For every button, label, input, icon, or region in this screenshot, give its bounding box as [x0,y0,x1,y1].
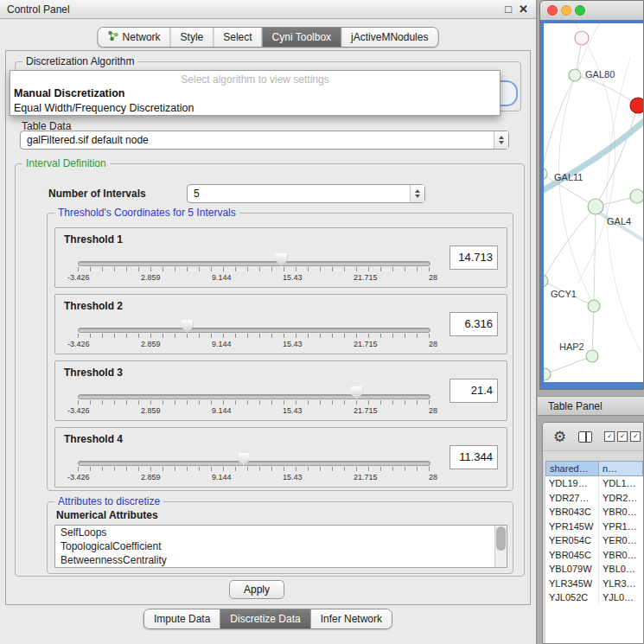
checkbox-icon[interactable]: ✓ [617,431,628,442]
node[interactable] [544,368,551,380]
tab-select[interactable]: Select [214,28,262,47]
node-gal80[interactable] [569,69,581,81]
table-row[interactable]: YLR345WYLR3… [545,577,643,591]
threshold-value-field[interactable]: 11.344 [450,445,498,469]
gear-icon[interactable]: ⚙ [553,430,566,444]
number-of-intervals-combobox[interactable]: 5 [187,184,425,203]
tab-label: Impute Data [154,613,210,625]
network-window-titlebar[interactable] [540,1,643,21]
tab-discretize-data[interactable]: Discretize Data [220,609,310,628]
node-gal11[interactable] [544,168,547,180]
columns-icon[interactable] [578,431,592,443]
threshold-1-panel: Threshold 1 -3.4262.8599.14415.4321.7152… [54,227,507,288]
table-row[interactable]: YJL052CYJL0… [545,590,643,605]
cell[interactable]: YLR3… [599,577,643,591]
close-traffic-light-icon[interactable] [547,5,558,16]
cell[interactable]: YPR145W [545,520,599,534]
cell[interactable]: YBR0… [599,548,643,563]
slider-track[interactable] [78,461,430,466]
threshold-3-slider[interactable]: -3.4262.8599.14415.4321.71528 [78,384,430,418]
cell[interactable]: YJL052C [545,590,599,605]
minimize-traffic-light-icon[interactable] [561,5,571,16]
threshold-3-panel: Threshold 3 -3.4262.8599.14415.4321.7152… [54,360,507,421]
slider-scale: -3.4262.8599.14415.4321.71528 [67,473,437,481]
list-scrollbar[interactable] [494,526,507,567]
slider-track[interactable] [78,261,430,266]
list-item[interactable]: BetweennessCentrality [55,553,507,567]
list-item[interactable]: SelfLoops [55,526,507,539]
algorithm-option-equal-width[interactable]: Equal Width/Frequency Discretization [10,101,500,116]
table-row[interactable]: YBR045CYBR0… [545,548,643,563]
scale-label: 2.859 [141,273,161,282]
zoom-traffic-light-icon[interactable] [575,5,585,16]
apply-button[interactable]: Apply [229,580,284,599]
network-canvas[interactable]: GAL80 GAL11 GAL4 GCY1 HAP2 [544,23,643,382]
node-gal4[interactable] [588,199,603,214]
node[interactable] [575,31,589,45]
cell[interactable]: YLR345W [545,577,599,591]
cell[interactable]: YBR0… [599,505,643,520]
tab-infer-network[interactable]: Infer Network [311,609,392,628]
table-data-combobox[interactable]: galFiltered.sif default node [20,131,509,150]
table-row[interactable]: YBL079WYBL0… [545,562,643,577]
cell[interactable]: YBR045C [545,548,599,563]
control-panel-titlebar[interactable]: Control Panel □ ✕ [0,0,536,19]
node-label: GCY1 [551,289,577,299]
cell[interactable]: YBL0… [599,562,643,577]
numerical-attributes-list[interactable]: SelfLoops TopologicalCoefficient Between… [54,525,507,568]
threshold-1-slider[interactable]: -3.4262.8599.14415.4321.71528 [78,251,430,285]
stepper-icon[interactable] [494,131,508,149]
table-row[interactable]: YPR145WYPR1… [545,520,643,534]
stepper-icon[interactable] [410,185,424,202]
scale-label: 15.43 [283,273,303,282]
algorithm-option-manual[interactable]: Manual Discretization [10,86,500,101]
tab-cyni-toolbox[interactable]: Cyni Toolbox [263,28,341,47]
threshold-value-field[interactable]: 21.4 [450,379,498,403]
cell[interactable]: YDL1… [599,476,643,491]
tab-label: Style [181,31,204,43]
node[interactable] [588,300,600,312]
cell[interactable]: YBL079W [545,562,599,577]
slider-track[interactable] [78,328,430,333]
table-row[interactable]: YER054CYER0… [545,533,643,548]
slider-track[interactable] [78,394,430,399]
column-header-name[interactable]: n… [599,461,643,476]
float-window-icon[interactable]: □ [505,0,512,19]
node-gcy1[interactable] [544,275,548,287]
checkbox-icon[interactable]: ✓ [604,431,615,442]
column-header-shared-name[interactable]: shared… [545,461,599,476]
cell[interactable]: YJL0… [599,590,643,605]
down-arrow-icon [499,141,504,144]
close-window-icon[interactable]: ✕ [519,0,528,19]
threshold-value-field[interactable]: 6.316 [450,312,498,336]
cell[interactable]: YDR2… [599,491,643,506]
table-panel-titlebar[interactable]: Table Panel [538,396,644,416]
node-selected-red[interactable] [630,98,643,113]
node[interactable] [630,189,643,203]
threshold-value: 21.4 [471,384,493,397]
checkbox-icon[interactable]: ✓ [630,431,641,442]
table-panel-title: Table Panel [548,400,603,412]
threshold-value-field[interactable]: 14.713 [450,245,498,270]
scale-label: 28 [429,273,437,282]
tab-style[interactable]: Style [171,28,214,47]
cell[interactable]: YBR043C [545,505,599,520]
scale-label: 2.859 [141,406,161,415]
table-row[interactable]: YBR043CYBR0… [545,505,643,520]
threshold-2-slider[interactable]: -3.4262.8599.14415.4321.71528 [78,317,430,352]
cell[interactable]: YER054C [545,533,599,548]
cell[interactable]: YDL19… [545,476,599,491]
cell[interactable]: YPR1… [599,520,643,534]
cell[interactable]: YER0… [599,533,643,548]
cell[interactable]: YDR27… [545,491,599,506]
tab-network[interactable]: Network [99,28,171,47]
list-item[interactable]: TopologicalCoefficient [55,539,507,553]
node-hap2[interactable] [586,350,598,362]
table-row[interactable]: YDL19…YDL1… [545,476,643,491]
tab-impute-data[interactable]: Impute Data [144,609,220,628]
threshold-4-slider[interactable]: -3.4262.8599.14415.4321.71528 [78,450,430,485]
tab-jactivemnodules[interactable]: jActiveMNodules [341,28,437,47]
scrollbar-thumb[interactable] [496,526,506,551]
table-row[interactable]: YDR27…YDR2… [545,491,643,506]
scale-label: 21.715 [354,406,378,415]
